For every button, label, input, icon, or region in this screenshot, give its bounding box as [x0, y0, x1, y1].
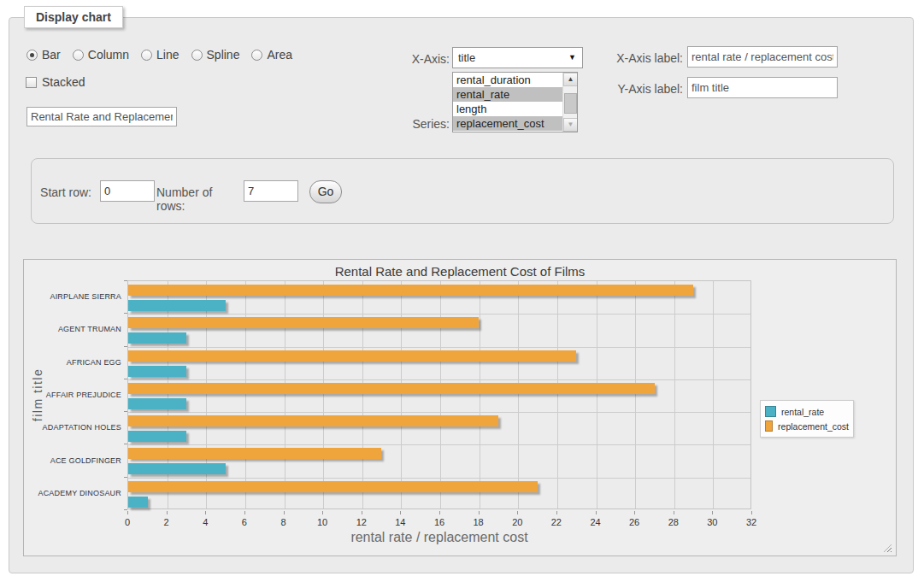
y-tick-label: AIRPLANE SIERRA	[31, 292, 121, 301]
y-tick-label: ADAPTATION HOLES	[31, 423, 121, 432]
bar-rental_rate	[128, 431, 186, 442]
x-tick-label: 20	[504, 517, 530, 527]
gridline	[480, 281, 480, 509]
gridline	[635, 281, 636, 509]
x-tick-mark	[284, 511, 285, 514]
x-axis-selected-value: title	[458, 51, 475, 64]
x-tick-mark	[205, 511, 206, 514]
start-row-label: Start row:	[17, 185, 91, 199]
x-tick-label: 26	[621, 517, 647, 527]
go-button[interactable]: Go	[309, 180, 342, 203]
scroll-up-icon[interactable]: ▲	[563, 73, 578, 86]
radio-spline[interactable]: Spline	[191, 48, 240, 62]
series-option-rental_rate[interactable]: rental_rate	[453, 87, 562, 102]
gridline	[128, 379, 750, 380]
radio-circle-spline[interactable]	[191, 50, 203, 61]
gridline	[674, 281, 675, 509]
stacked-checkbox-row[interactable]: Stacked	[26, 75, 85, 89]
scroll-down-icon[interactable]: ▼	[563, 118, 578, 132]
legend-label: replacement_cost	[778, 421, 849, 432]
chart-legend: rental_ratereplacement_cost	[760, 400, 854, 438]
x-tick-mark	[674, 511, 674, 514]
gridline	[362, 281, 363, 509]
legend-label: rental_rate	[781, 407, 824, 417]
bar-replacement_cost	[128, 415, 498, 426]
gridline	[128, 478, 750, 479]
number-of-rows-input[interactable]	[244, 180, 298, 202]
series-listbox[interactable]: rental_durationrental_ratelengthreplacem…	[452, 72, 578, 132]
legend-swatch	[765, 406, 776, 417]
bar-replacement_cost	[128, 350, 576, 362]
y-tick-label: ACADEMY DINOSAUR	[31, 489, 121, 497]
series-option-rental_duration[interactable]: rental_duration	[453, 73, 562, 87]
x-tick-label: 30	[699, 517, 725, 527]
chart-title-input[interactable]	[26, 107, 177, 126]
radio-line[interactable]: Line	[141, 48, 179, 62]
series-option-replacement_cost[interactable]: replacement_cost	[453, 116, 562, 131]
gridline	[128, 412, 750, 413]
radio-label: Spline	[207, 48, 240, 62]
resize-handle-icon[interactable]	[884, 544, 892, 552]
y-tick-mark	[124, 411, 127, 412]
bar-rental_rate	[128, 300, 226, 311]
x-tick-label: 12	[349, 517, 374, 527]
series-options: rental_durationrental_ratelengthreplacem…	[453, 73, 562, 132]
bar-replacement_cost	[128, 383, 655, 394]
y-tick-mark	[124, 346, 127, 347]
gridline	[128, 444, 750, 445]
gridline	[285, 281, 285, 509]
x-tick-mark	[479, 511, 480, 514]
x-tick-label: 2	[154, 517, 180, 527]
chart-builder-app: Display chart BarColumnLineSplineArea St…	[0, 0, 924, 582]
radio-circle-bar[interactable]	[26, 50, 38, 61]
x-tick-mark	[244, 511, 245, 514]
scrollbar-thumb[interactable]	[564, 93, 577, 114]
x-tick-mark	[322, 511, 323, 514]
radio-label: Bar	[42, 48, 61, 62]
stacked-checkbox[interactable]	[26, 77, 37, 88]
x-tick-label: 4	[192, 517, 218, 527]
gridline	[440, 281, 441, 509]
chart-x-axis-title: rental rate / replacement cost	[127, 530, 751, 545]
series-select-label: Series:	[385, 117, 450, 131]
y-axis-label-label: Y-Axis label:	[602, 82, 683, 96]
x-tick-label: 0	[115, 517, 140, 527]
radio-column[interactable]: Column	[73, 48, 129, 62]
radio-circle-column[interactable]	[73, 50, 84, 61]
y-tick-mark	[124, 509, 127, 510]
chart-type-radios: BarColumnLineSplineArea	[26, 48, 292, 62]
legend-entry-replacement_cost: replacement_cost	[765, 419, 849, 433]
gridline	[597, 281, 597, 509]
x-axis-select[interactable]: title ▼	[452, 47, 583, 68]
legend-swatch	[765, 420, 773, 432]
x-tick-label: 22	[544, 517, 569, 527]
x-tick-label: 24	[583, 517, 609, 527]
x-axis-label-input[interactable]	[687, 46, 838, 68]
stacked-label: Stacked	[42, 75, 85, 89]
chart-plot-area	[127, 280, 751, 509]
series-scrollbar[interactable]: ▲ ▼	[562, 73, 577, 132]
radio-area[interactable]: Area	[251, 48, 292, 62]
x-tick-mark	[400, 511, 401, 514]
legend-entry-rental_rate: rental_rate	[765, 404, 849, 419]
y-axis-label-input[interactable]	[687, 77, 838, 98]
bar-replacement_cost	[128, 481, 538, 492]
bar-replacement_cost	[128, 448, 381, 459]
y-tick-label: ACE GOLDFINGER	[31, 456, 121, 465]
bar-rental_rate	[128, 366, 186, 377]
x-tick-label: 10	[309, 517, 335, 527]
series-option-length[interactable]: length	[453, 102, 562, 116]
radio-bar[interactable]: Bar	[26, 48, 61, 62]
x-tick-mark	[167, 511, 168, 514]
y-tick-label: AFRICAN EGG	[31, 358, 121, 367]
x-tick-mark	[439, 511, 440, 514]
radio-circle-line[interactable]	[141, 50, 152, 61]
radio-label: Area	[267, 48, 292, 62]
gridline	[557, 281, 558, 509]
start-row-input[interactable]	[100, 180, 155, 202]
radio-label: Line	[156, 48, 179, 62]
y-tick-mark	[124, 477, 127, 478]
radio-circle-area[interactable]	[251, 50, 262, 61]
x-axis-label-label: X-Axis label:	[602, 51, 683, 65]
x-tick-mark	[751, 511, 752, 514]
